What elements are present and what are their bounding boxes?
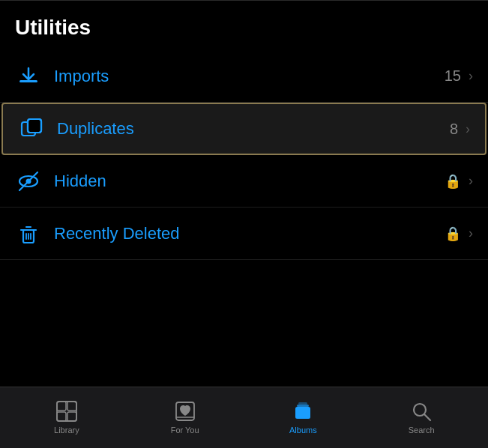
- library-tab-icon: [55, 400, 78, 423]
- duplicates-chevron: ›: [466, 121, 470, 137]
- hidden-right: 🔒 ›: [445, 173, 473, 190]
- imports-icon: [15, 63, 42, 90]
- recently-deleted-lock: 🔒: [445, 225, 461, 242]
- svg-rect-20: [295, 407, 310, 419]
- search-tab-label: Search: [409, 426, 435, 435]
- imports-right: 15 ›: [445, 67, 473, 85]
- duplicates-count: 8: [450, 121, 458, 138]
- for-you-tab-label: For You: [171, 426, 199, 435]
- recently-deleted-chevron: ›: [469, 225, 473, 241]
- recently-deleted-icon: [15, 220, 42, 247]
- svg-rect-15: [67, 402, 76, 411]
- svg-rect-21: [297, 405, 309, 407]
- svg-line-24: [424, 414, 430, 420]
- imports-chevron: ›: [469, 68, 473, 84]
- svg-rect-22: [298, 402, 307, 405]
- tab-bar: Library For You Albums: [0, 387, 488, 448]
- list-item-hidden[interactable]: Hidden 🔒 ›: [0, 155, 488, 208]
- imports-label: Imports: [54, 67, 445, 86]
- hidden-label: Hidden: [54, 172, 445, 191]
- library-tab-label: Library: [54, 426, 79, 435]
- svg-rect-2: [28, 119, 41, 133]
- search-tab-icon: [410, 400, 433, 423]
- svg-rect-0: [19, 80, 37, 82]
- svg-rect-13: [57, 402, 76, 421]
- recently-deleted-right: 🔒 ›: [445, 225, 473, 242]
- hidden-chevron: ›: [469, 173, 473, 189]
- duplicates-label: Duplicates: [57, 119, 450, 139]
- imports-count: 15: [445, 67, 461, 85]
- albums-tab-icon: [292, 400, 314, 423]
- list-item-duplicates[interactable]: Duplicates 8 ›: [1, 103, 487, 155]
- tab-search[interactable]: Search: [362, 394, 481, 435]
- hidden-icon: [15, 168, 42, 195]
- svg-rect-16: [57, 412, 66, 421]
- svg-rect-14: [57, 402, 66, 411]
- svg-line-6: [19, 172, 37, 190]
- albums-tab-label: Albums: [289, 426, 317, 435]
- list-item-imports[interactable]: Imports 15 ›: [0, 50, 488, 103]
- tab-for-you[interactable]: For You: [126, 394, 244, 435]
- svg-rect-17: [67, 412, 76, 421]
- tab-albums[interactable]: Albums: [244, 394, 363, 435]
- for-you-tab-icon: [174, 400, 196, 423]
- recently-deleted-label: Recently Deleted: [54, 224, 445, 243]
- duplicates-icon: [18, 115, 45, 142]
- main-content: Utilities Imports 15 ›: [0, 0, 488, 320]
- hidden-lock: 🔒: [445, 173, 461, 190]
- list-item-recently-deleted[interactable]: Recently Deleted 🔒 ›: [0, 208, 488, 260]
- tab-library[interactable]: Library: [7, 394, 126, 435]
- utilities-list: Imports 15 › Duplicates 8 ›: [0, 50, 488, 260]
- duplicates-right: 8 ›: [450, 121, 470, 138]
- section-title: Utilities: [0, 0, 488, 47]
